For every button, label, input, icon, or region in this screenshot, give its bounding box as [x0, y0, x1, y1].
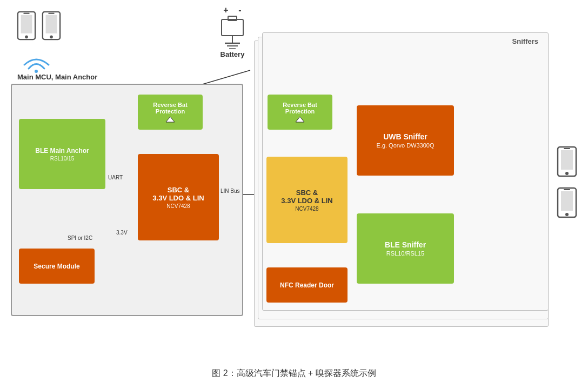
- ble-sniffer-title: BLE Sniffer: [385, 240, 426, 249]
- svg-rect-34: [564, 148, 570, 149]
- svg-point-33: [565, 172, 569, 175]
- svg-rect-36: [561, 191, 573, 211]
- phone-icon-2: [41, 11, 62, 41]
- spi-i2c1-label: SPI or I2C: [68, 235, 92, 241]
- phones-right: [557, 146, 577, 218]
- svg-rect-38: [564, 189, 570, 190]
- diagram-container: + - Battery Main MCU, Main Anchor Sniffe…: [0, 0, 588, 389]
- battery-label: Battery: [216, 50, 249, 58]
- reverse-bat-2-title: Reverse Bat Protection: [270, 102, 330, 115]
- sbc-main-subtitle: NCV7428: [166, 203, 190, 209]
- v33-1-label: 3.3V: [116, 230, 128, 236]
- svg-rect-21: [48, 13, 54, 14]
- wifi-icon-left: [22, 49, 51, 75]
- reverse-bat-1-title: Reverse Bat Protection: [140, 102, 201, 115]
- reverse-bat-2-block: Reverse Bat Protection: [268, 95, 332, 130]
- phone-right-2: [557, 187, 577, 218]
- svg-rect-32: [561, 150, 573, 170]
- ble-main-anchor-block: BLE Main Anchor RSL10/15: [19, 119, 105, 189]
- phone-icon-1: [16, 11, 37, 41]
- reverse-bat-1-block: Reverse Bat Protection: [138, 95, 203, 130]
- ble-main-anchor-subtitle: RSL10/15: [50, 156, 74, 162]
- sbc-main-title: SBC & 3.3V LDO & LIN: [152, 186, 204, 202]
- ble-main-anchor-title: BLE Main Anchor: [35, 147, 89, 155]
- sniffer-label: Sniffers: [512, 37, 538, 45]
- svg-rect-17: [23, 13, 29, 14]
- uart1-label: UART: [108, 175, 123, 180]
- linbus-label: LIN Bus: [220, 188, 240, 194]
- ble-sniffer-subtitle: RSL10/RSL15: [386, 250, 424, 257]
- svg-point-20: [50, 36, 53, 39]
- phones-topleft: [16, 11, 62, 41]
- battery-section: + - Battery: [216, 5, 249, 58]
- uwb-sniffer-block: UWB Sniffer E.g. Qorvo DW3300Q: [357, 105, 454, 176]
- nfc-reader-block: NFC Reader Door: [266, 267, 348, 303]
- svg-marker-30: [296, 117, 304, 122]
- main-mcu-label: Main MCU, Main Anchor: [17, 73, 97, 81]
- nfc-reader-title: NFC Reader Door: [280, 281, 334, 289]
- svg-point-37: [565, 213, 569, 216]
- svg-marker-29: [166, 117, 175, 122]
- secure-module-block: Secure Module: [19, 249, 95, 284]
- sbc-sniffer-block: SBC & 3.3V LDO & LIN NCV7428: [266, 157, 348, 243]
- uwb-sniffer-title: UWB Sniffer: [383, 132, 427, 141]
- sbc-sniffer-title: SBC & 3.3V LDO & LIN: [281, 189, 332, 205]
- uwb-sniffer-subtitle: E.g. Qorvo DW3300Q: [377, 142, 435, 149]
- sbc-sniffer-subtitle: NCV7428: [295, 206, 318, 212]
- phone-right-1: [557, 146, 577, 177]
- svg-rect-23: [222, 19, 243, 36]
- secure-module-title: Secure Module: [34, 263, 79, 270]
- caption: 图 2：高级汽车门禁锚点 + 嗅探器系统示例: [0, 368, 588, 379]
- svg-rect-15: [21, 15, 32, 33]
- ble-sniffer-block: BLE Sniffer RSL10/RSL15: [357, 213, 454, 284]
- svg-rect-19: [46, 15, 57, 33]
- sbc-main-block: SBC & 3.3V LDO & LIN NCV7428: [138, 154, 219, 240]
- svg-point-16: [25, 36, 28, 39]
